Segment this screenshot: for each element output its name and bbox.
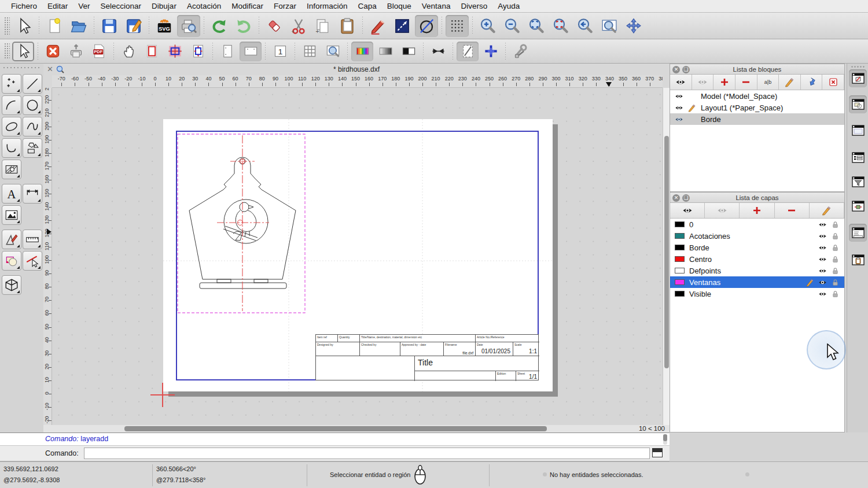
blocks-remove-icon[interactable] xyxy=(822,75,844,90)
menu-dibujar[interactable]: Dibujar xyxy=(146,0,182,13)
new-file-icon[interactable] xyxy=(43,15,66,37)
menu-fichero[interactable]: Fichero xyxy=(6,0,42,13)
zoom-in-icon[interactable] xyxy=(476,15,499,37)
grid-toggle-icon[interactable] xyxy=(299,42,321,61)
detach-panel-icon[interactable]: ❏ xyxy=(682,194,690,202)
relative-line-icon[interactable] xyxy=(391,15,414,37)
block-visibility-eye-icon[interactable] xyxy=(675,92,683,101)
close-panel-icon[interactable]: ✕ xyxy=(672,194,680,202)
paste-icon[interactable] xyxy=(336,15,359,37)
horizontal-scrollbar[interactable]: 10 < 100 xyxy=(43,425,670,432)
blocks-minus-icon[interactable] xyxy=(735,75,757,90)
menu-capa[interactable]: Capa xyxy=(353,0,382,13)
layer-row-0[interactable]: 0 xyxy=(670,219,844,230)
grayscale-mode-icon[interactable] xyxy=(374,42,396,61)
menu-ventana[interactable]: Ventana xyxy=(417,0,456,13)
zoom-select-icon[interactable] xyxy=(549,15,572,37)
block-row-model[interactable]: Model (*Model_Space) xyxy=(670,90,844,102)
layer-visibility-eye-icon[interactable] xyxy=(818,290,827,298)
print-preview-icon[interactable] xyxy=(177,15,200,37)
layer-row-visible[interactable]: Visible xyxy=(670,288,844,300)
block-row-layout1[interactable]: Layout1 (*Paper_Space) xyxy=(670,102,844,113)
drawing-viewport[interactable]: Item ref Quantity Title/Name, destinatio… xyxy=(52,88,663,425)
layer-visibility-eye-icon[interactable] xyxy=(818,220,827,229)
toolbar-drag-handle[interactable] xyxy=(4,43,10,60)
save-icon[interactable] xyxy=(98,15,121,37)
layer-lock-icon[interactable] xyxy=(831,267,840,275)
block-edit-pencil-icon[interactable] xyxy=(687,103,696,112)
blocks-rename-icon[interactable]: a|b xyxy=(757,75,779,90)
menu-forzar[interactable]: Forzar xyxy=(269,0,301,13)
blocks-plus-icon[interactable] xyxy=(713,75,735,90)
close-drawing-icon[interactable] xyxy=(42,42,64,61)
dock-win-clip-icon[interactable] xyxy=(849,251,867,269)
tool-arc[interactable] xyxy=(2,95,21,115)
layer-lock-icon[interactable] xyxy=(831,220,840,229)
snap-cross-icon[interactable] xyxy=(480,42,502,61)
layer-row-ventanas[interactable]: Ventanas xyxy=(670,276,844,288)
layer-row-defpoints[interactable]: Defpoints xyxy=(670,265,844,276)
undo-icon[interactable] xyxy=(208,15,231,37)
command-input[interactable] xyxy=(84,448,650,459)
tool-block-edit[interactable] xyxy=(2,251,21,271)
freehand-pencil-icon[interactable] xyxy=(366,15,389,37)
layer-lock-icon[interactable] xyxy=(831,232,840,241)
zoom-window-icon[interactable] xyxy=(598,15,621,37)
tool-polyline[interactable] xyxy=(2,138,21,158)
cursor-icon[interactable] xyxy=(12,15,35,37)
dock-drag-handle[interactable] xyxy=(851,65,865,69)
layer-visibility-eye-icon[interactable] xyxy=(818,267,827,275)
paper-landscape-icon[interactable] xyxy=(240,42,262,61)
zoom-prev-icon[interactable] xyxy=(573,15,597,37)
layer-lock-icon[interactable] xyxy=(831,243,840,252)
tool-spline[interactable] xyxy=(23,117,42,136)
layer-lock-icon[interactable] xyxy=(831,255,840,264)
grid-dots-icon[interactable] xyxy=(446,15,469,37)
tool-measure[interactable] xyxy=(23,230,42,249)
dock-win-list-icon[interactable] xyxy=(849,149,867,167)
options-wrench-icon[interactable] xyxy=(509,42,531,61)
layer-visibility-eye-icon[interactable] xyxy=(818,255,827,264)
layer-row-borde[interactable]: Borde xyxy=(670,242,844,253)
tool-image[interactable] xyxy=(2,205,21,225)
zoom-page-icon[interactable] xyxy=(322,42,344,61)
svg-export-icon[interactable]: SVG xyxy=(153,15,176,37)
zoom-pan-icon[interactable] xyxy=(622,15,645,37)
block-row-borde[interactable]: Borde xyxy=(670,113,844,125)
menu-bloque[interactable]: Bloque xyxy=(382,0,417,13)
zoom-auto-icon[interactable] xyxy=(525,15,548,37)
command-widget-icon[interactable] xyxy=(652,448,663,457)
blocks-eye-off-icon[interactable] xyxy=(692,75,714,90)
dock-win-layer-icon[interactable] xyxy=(849,95,867,113)
menu-diverso[interactable]: Diverso xyxy=(455,0,492,13)
command-history-scrollbar[interactable] xyxy=(663,434,667,445)
menu-ayuda[interactable]: Ayuda xyxy=(492,0,525,13)
cut-icon[interactable]: + xyxy=(287,15,310,37)
tool-modify[interactable] xyxy=(23,251,42,271)
block-visibility-eye-icon[interactable] xyxy=(675,115,683,124)
copy-icon[interactable]: + xyxy=(311,15,334,37)
tool-text[interactable]: A xyxy=(2,184,21,204)
toolbar-drag-handle[interactable] xyxy=(4,17,10,35)
block-visibility-eye-icon[interactable] xyxy=(675,103,683,112)
zoom-out-icon[interactable] xyxy=(501,15,524,37)
viewport-block-icon[interactable] xyxy=(164,42,186,61)
draft-mode-icon[interactable] xyxy=(427,42,449,61)
layer-edit-mode-icon[interactable] xyxy=(457,42,479,61)
menu-modificar[interactable]: Modificar xyxy=(226,0,269,13)
color-mode-icon[interactable] xyxy=(351,42,373,61)
eraser-icon[interactable] xyxy=(263,15,286,37)
menu-acotacion[interactable]: Acotación xyxy=(182,0,226,13)
tool-circle[interactable] xyxy=(23,95,42,115)
tool-hatch[interactable] xyxy=(2,160,21,179)
paper-portrait-icon[interactable] xyxy=(216,42,238,61)
tool-points[interactable] xyxy=(2,74,21,94)
menu-editar[interactable]: Editar xyxy=(42,0,73,13)
tool-dimension[interactable] xyxy=(23,184,42,204)
open-file-icon[interactable] xyxy=(67,15,90,37)
blocks-insert-icon[interactable] xyxy=(801,75,823,90)
layers-minus-icon[interactable] xyxy=(775,203,810,218)
menu-ver[interactable]: Ver xyxy=(73,0,95,13)
dock-win-filter-icon[interactable] xyxy=(849,173,867,191)
dock-win-block-icon[interactable] xyxy=(849,69,867,87)
